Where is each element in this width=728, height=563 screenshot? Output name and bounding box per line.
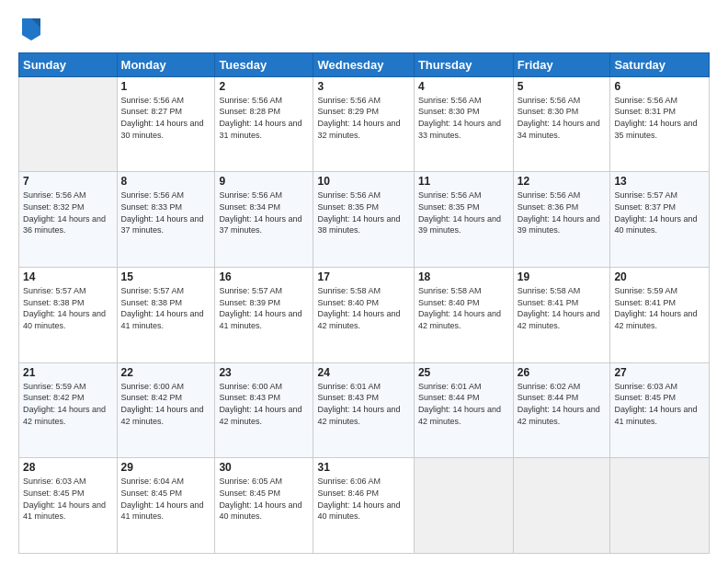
calendar-cell: 10Sunrise: 5:56 AMSunset: 8:35 PMDayligh…	[313, 172, 414, 268]
calendar-cell: 1Sunrise: 5:56 AMSunset: 8:27 PMDaylight…	[117, 76, 215, 172]
day-number: 23	[219, 366, 309, 379]
day-number: 19	[518, 270, 607, 283]
day-info: Sunrise: 5:56 AMSunset: 8:27 PMDaylight:…	[121, 95, 211, 141]
day-info: Sunrise: 6:03 AMSunset: 8:45 PMDaylight:…	[614, 381, 705, 427]
calendar-cell: 20Sunrise: 5:59 AMSunset: 8:41 PMDayligh…	[610, 268, 710, 363]
calendar-header-row: SundayMondayTuesdayWednesdayThursdayFrid…	[19, 52, 710, 76]
calendar-cell	[414, 458, 513, 554]
day-info: Sunrise: 5:56 AMSunset: 8:35 PMDaylight:…	[418, 190, 509, 236]
logo-icon	[20, 15, 42, 40]
calendar-cell: 19Sunrise: 5:58 AMSunset: 8:41 PMDayligh…	[513, 268, 610, 363]
day-info: Sunrise: 5:56 AMSunset: 8:31 PMDaylight:…	[614, 95, 705, 141]
day-info: Sunrise: 5:56 AMSunset: 8:34 PMDaylight:…	[219, 190, 309, 236]
calendar-cell: 17Sunrise: 5:58 AMSunset: 8:40 PMDayligh…	[313, 268, 414, 363]
calendar-week-row: 1Sunrise: 5:56 AMSunset: 8:27 PMDaylight…	[19, 76, 710, 172]
day-number: 1	[121, 80, 211, 93]
calendar-table: SundayMondayTuesdayWednesdayThursdayFrid…	[18, 52, 710, 554]
day-number: 12	[518, 175, 607, 188]
weekday-header: Thursday	[414, 52, 513, 76]
day-info: Sunrise: 5:58 AMSunset: 8:40 PMDaylight:…	[418, 285, 509, 331]
day-number: 24	[317, 366, 409, 379]
day-info: Sunrise: 6:04 AMSunset: 8:45 PMDaylight:…	[121, 476, 211, 522]
day-number: 20	[614, 270, 705, 283]
day-info: Sunrise: 5:57 AMSunset: 8:39 PMDaylight:…	[219, 285, 309, 331]
calendar-cell: 30Sunrise: 6:05 AMSunset: 8:45 PMDayligh…	[215, 458, 313, 554]
day-info: Sunrise: 5:56 AMSunset: 8:35 PMDaylight:…	[317, 190, 409, 236]
calendar-cell: 29Sunrise: 6:04 AMSunset: 8:45 PMDayligh…	[117, 458, 215, 554]
day-info: Sunrise: 6:01 AMSunset: 8:44 PMDaylight:…	[418, 381, 509, 427]
calendar-cell: 3Sunrise: 5:56 AMSunset: 8:29 PMDaylight…	[313, 76, 414, 172]
day-number: 2	[219, 80, 309, 93]
calendar-cell: 18Sunrise: 5:58 AMSunset: 8:40 PMDayligh…	[414, 268, 513, 363]
calendar-cell: 2Sunrise: 5:56 AMSunset: 8:28 PMDaylight…	[215, 76, 313, 172]
day-number: 18	[418, 270, 509, 283]
day-info: Sunrise: 5:56 AMSunset: 8:36 PMDaylight:…	[518, 190, 607, 236]
calendar-cell: 9Sunrise: 5:56 AMSunset: 8:34 PMDaylight…	[215, 172, 313, 268]
day-info: Sunrise: 5:58 AMSunset: 8:41 PMDaylight:…	[518, 285, 607, 331]
calendar-cell: 22Sunrise: 6:00 AMSunset: 8:42 PMDayligh…	[117, 362, 215, 458]
day-info: Sunrise: 6:00 AMSunset: 8:42 PMDaylight:…	[121, 381, 211, 427]
day-number: 7	[23, 175, 113, 188]
day-number: 28	[23, 461, 113, 474]
day-number: 10	[317, 175, 409, 188]
day-info: Sunrise: 6:00 AMSunset: 8:43 PMDaylight:…	[219, 381, 309, 427]
day-number: 3	[317, 80, 409, 93]
calendar-week-row: 7Sunrise: 5:56 AMSunset: 8:32 PMDaylight…	[19, 172, 710, 268]
calendar-cell: 5Sunrise: 5:56 AMSunset: 8:30 PMDaylight…	[513, 76, 610, 172]
weekday-header: Monday	[117, 52, 215, 76]
day-info: Sunrise: 5:56 AMSunset: 8:29 PMDaylight:…	[317, 95, 409, 141]
day-number: 6	[614, 80, 705, 93]
calendar-cell	[19, 76, 118, 172]
logo	[18, 15, 42, 45]
day-number: 16	[219, 270, 309, 283]
weekday-header: Friday	[513, 52, 610, 76]
calendar-cell: 31Sunrise: 6:06 AMSunset: 8:46 PMDayligh…	[313, 458, 414, 554]
day-number: 31	[317, 461, 409, 474]
calendar-cell	[610, 458, 710, 554]
day-info: Sunrise: 5:57 AMSunset: 8:37 PMDaylight:…	[614, 190, 705, 236]
day-number: 26	[518, 366, 607, 379]
calendar-cell: 23Sunrise: 6:00 AMSunset: 8:43 PMDayligh…	[215, 362, 313, 458]
day-info: Sunrise: 6:03 AMSunset: 8:45 PMDaylight:…	[23, 476, 113, 522]
day-number: 30	[219, 461, 309, 474]
calendar-week-row: 14Sunrise: 5:57 AMSunset: 8:38 PMDayligh…	[19, 268, 710, 363]
day-info: Sunrise: 5:56 AMSunset: 8:30 PMDaylight:…	[518, 95, 607, 141]
calendar-week-row: 21Sunrise: 5:59 AMSunset: 8:42 PMDayligh…	[19, 362, 710, 458]
weekday-header: Tuesday	[215, 52, 313, 76]
calendar-cell: 16Sunrise: 5:57 AMSunset: 8:39 PMDayligh…	[215, 268, 313, 363]
day-number: 27	[614, 366, 705, 379]
calendar-cell: 6Sunrise: 5:56 AMSunset: 8:31 PMDaylight…	[610, 76, 710, 172]
day-number: 21	[23, 366, 113, 379]
day-number: 4	[418, 80, 509, 93]
calendar-cell: 25Sunrise: 6:01 AMSunset: 8:44 PMDayligh…	[414, 362, 513, 458]
day-info: Sunrise: 5:57 AMSunset: 8:38 PMDaylight:…	[121, 285, 211, 331]
day-info: Sunrise: 6:06 AMSunset: 8:46 PMDaylight:…	[317, 476, 409, 522]
calendar-cell: 24Sunrise: 6:01 AMSunset: 8:43 PMDayligh…	[313, 362, 414, 458]
day-info: Sunrise: 5:58 AMSunset: 8:40 PMDaylight:…	[317, 285, 409, 331]
day-info: Sunrise: 5:56 AMSunset: 8:30 PMDaylight:…	[418, 95, 509, 141]
day-info: Sunrise: 5:56 AMSunset: 8:33 PMDaylight:…	[121, 190, 211, 236]
calendar-cell	[513, 458, 610, 554]
day-info: Sunrise: 5:56 AMSunset: 8:28 PMDaylight:…	[219, 95, 309, 141]
day-number: 17	[317, 270, 409, 283]
calendar-cell: 12Sunrise: 5:56 AMSunset: 8:36 PMDayligh…	[513, 172, 610, 268]
day-number: 14	[23, 270, 113, 283]
day-info: Sunrise: 6:01 AMSunset: 8:43 PMDaylight:…	[317, 381, 409, 427]
page: SundayMondayTuesdayWednesdayThursdayFrid…	[0, 0, 728, 563]
header	[18, 15, 710, 45]
calendar-cell: 27Sunrise: 6:03 AMSunset: 8:45 PMDayligh…	[610, 362, 710, 458]
day-info: Sunrise: 6:02 AMSunset: 8:44 PMDaylight:…	[518, 381, 607, 427]
weekday-header: Sunday	[19, 52, 118, 76]
weekday-header: Wednesday	[313, 52, 414, 76]
calendar-cell: 21Sunrise: 5:59 AMSunset: 8:42 PMDayligh…	[19, 362, 118, 458]
weekday-header: Saturday	[610, 52, 710, 76]
day-number: 22	[121, 366, 211, 379]
day-number: 5	[518, 80, 607, 93]
day-info: Sunrise: 5:59 AMSunset: 8:42 PMDaylight:…	[23, 381, 113, 427]
day-info: Sunrise: 5:59 AMSunset: 8:41 PMDaylight:…	[614, 285, 705, 331]
calendar-cell: 14Sunrise: 5:57 AMSunset: 8:38 PMDayligh…	[19, 268, 118, 363]
calendar-week-row: 28Sunrise: 6:03 AMSunset: 8:45 PMDayligh…	[19, 458, 710, 554]
day-info: Sunrise: 5:56 AMSunset: 8:32 PMDaylight:…	[23, 190, 113, 236]
day-number: 13	[614, 175, 705, 188]
calendar-cell: 4Sunrise: 5:56 AMSunset: 8:30 PMDaylight…	[414, 76, 513, 172]
